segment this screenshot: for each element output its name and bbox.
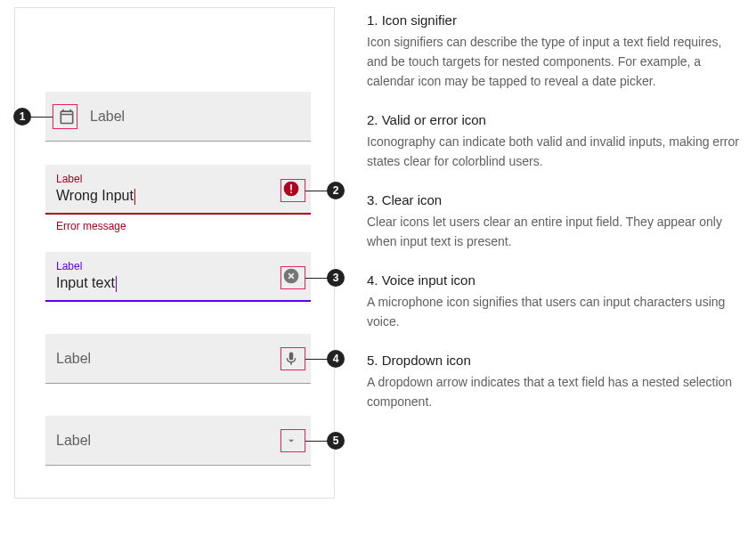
callout-line-3 xyxy=(305,278,329,279)
field-label: Label xyxy=(56,260,300,272)
text-field-focused[interactable]: Label Input text xyxy=(45,252,311,302)
callout-badge-4: 4 xyxy=(327,350,345,368)
error-message: Error message xyxy=(45,215,311,232)
description-5: 5. Dropdown icon A dropdown arrow indica… xyxy=(367,351,742,411)
field-value: Wrong Input xyxy=(56,187,300,205)
dropdown-icon[interactable] xyxy=(280,430,302,451)
callout-badge-3: 3 xyxy=(327,269,345,287)
microphone-icon[interactable] xyxy=(280,348,302,369)
field-group-2: Label Wrong Input Error message 2 xyxy=(45,165,311,232)
svg-rect-1 xyxy=(290,184,292,191)
field-group-4: Label 4 xyxy=(45,334,311,384)
callout-line-5 xyxy=(305,441,329,442)
description-title: 2. Valid or error icon xyxy=(367,110,742,130)
description-body: Icon signifiers can describe the type of… xyxy=(367,32,742,91)
description-3: 3. Clear icon Clear icons let users clea… xyxy=(367,191,742,251)
clear-icon[interactable] xyxy=(280,265,302,287)
field-group-5: Label 5 xyxy=(45,416,311,466)
description-body: Clear icons let users clear an entire in… xyxy=(367,212,742,251)
field-label: Label xyxy=(56,351,91,367)
text-field-error[interactable]: Label Wrong Input xyxy=(45,165,311,215)
description-title: 5. Dropdown icon xyxy=(367,351,742,370)
callout-line-2 xyxy=(305,191,329,191)
callout-line-1 xyxy=(29,117,53,118)
callout-badge-2: 2 xyxy=(327,182,345,199)
descriptions-column: 1. Icon signifier Icon signifiers can de… xyxy=(367,7,742,499)
description-body: A microphone icon signifies that users c… xyxy=(367,292,742,331)
callout-line-4 xyxy=(305,359,329,360)
field-label: Label xyxy=(56,433,91,449)
field-label: Label xyxy=(90,109,125,125)
description-1: 1. Icon signifier Icon signifiers can de… xyxy=(367,11,742,91)
figure-panel: Label 1 Label Wrong Input Error message … xyxy=(14,7,335,499)
field-label: Label xyxy=(56,173,300,185)
svg-rect-2 xyxy=(290,191,292,193)
description-body: A dropdown arrow indicates that a text f… xyxy=(367,372,742,411)
field-group-3: Label Input text 3 xyxy=(45,252,311,302)
description-title: 4. Voice input icon xyxy=(367,271,742,290)
error-icon xyxy=(280,178,302,199)
description-2: 2. Valid or error icon Iconography can i… xyxy=(367,110,742,171)
description-title: 1. Icon signifier xyxy=(367,11,742,30)
field-group-1: Label 1 xyxy=(45,92,311,142)
description-title: 3. Clear icon xyxy=(367,191,742,210)
text-field-voice[interactable]: Label xyxy=(45,334,311,384)
text-field-leading-icon[interactable]: Label xyxy=(45,92,311,142)
description-4: 4. Voice input icon A microphone icon si… xyxy=(367,271,742,331)
description-body: Iconography can indicate both valid and … xyxy=(367,132,742,171)
calendar-icon[interactable] xyxy=(56,106,77,127)
field-value: Input text xyxy=(56,274,300,292)
callout-badge-1: 1 xyxy=(13,108,31,126)
text-field-dropdown[interactable]: Label xyxy=(45,416,311,466)
callout-badge-5: 5 xyxy=(327,432,345,450)
